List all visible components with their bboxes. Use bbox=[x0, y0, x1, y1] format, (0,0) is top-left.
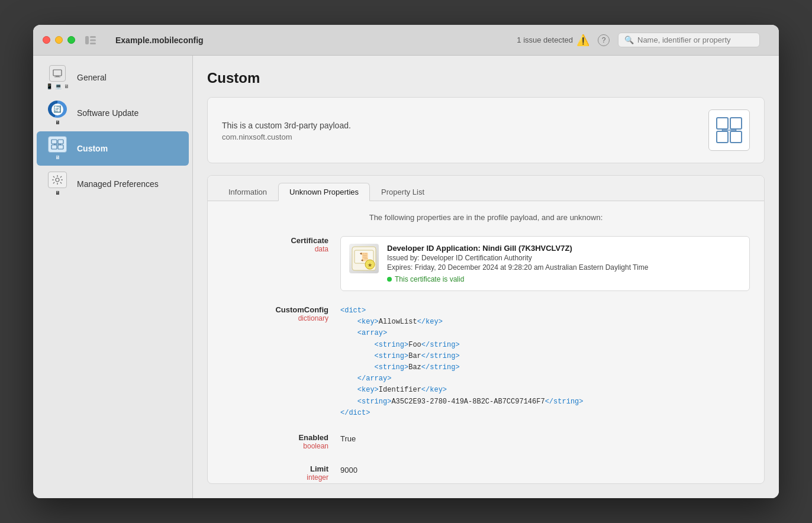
svg-rect-7 bbox=[51, 140, 57, 144]
svg-rect-1 bbox=[90, 36, 96, 38]
svg-line-19 bbox=[53, 176, 54, 177]
sidebar-item-label-general: General bbox=[77, 73, 107, 82]
main-content: 📱 💻 🖥 General 🔄 🖥 bbox=[33, 56, 779, 498]
close-button[interactable] bbox=[43, 36, 50, 44]
info-bundle-id: com.ninxsoft.custom bbox=[222, 133, 351, 141]
property-value-col-enabled: True bbox=[340, 433, 750, 444]
property-row-limit: Limit integer 9000 bbox=[222, 464, 750, 482]
property-value-enabled: True bbox=[340, 434, 356, 443]
maximize-button[interactable] bbox=[67, 36, 75, 44]
property-type-label: data bbox=[222, 245, 328, 253]
search-box[interactable]: 🔍 bbox=[618, 33, 760, 47]
software-update-icon: 🔄 🖥 bbox=[46, 102, 69, 124]
sidebar-item-label-managed-preferences: Managed Preferences bbox=[77, 179, 159, 189]
svg-text:★: ★ bbox=[368, 262, 372, 268]
property-value-col-limit: 9000 bbox=[340, 464, 750, 475]
svg-point-14 bbox=[56, 178, 59, 182]
svg-rect-0 bbox=[85, 36, 89, 44]
filename-label: Example.mobileconfig bbox=[115, 35, 204, 45]
svg-line-21 bbox=[53, 182, 54, 183]
svg-rect-26 bbox=[730, 131, 742, 143]
search-input[interactable] bbox=[637, 35, 753, 44]
cert-valid-dot bbox=[387, 277, 392, 282]
cert-issuer: Issued by: Developer ID Certification Au… bbox=[387, 254, 741, 262]
payload-type-icon bbox=[708, 109, 750, 151]
main-window: Example.mobileconfig 1 issue detected ⚠️… bbox=[33, 25, 779, 498]
info-card: This is a custom 3rd-party payload. com.… bbox=[207, 97, 765, 163]
svg-rect-10 bbox=[58, 145, 63, 149]
issue-badge: 1 issue detected ⚠️ bbox=[517, 34, 589, 47]
svg-rect-3 bbox=[90, 43, 96, 44]
property-type-label-enabled: boolean bbox=[222, 442, 328, 450]
custom-icon: 🖥 bbox=[46, 137, 69, 160]
property-name-label-limit: Limit bbox=[222, 464, 328, 473]
cert-icon: 📜 ★ bbox=[349, 244, 379, 273]
svg-rect-23 bbox=[717, 118, 728, 129]
svg-rect-8 bbox=[58, 140, 63, 144]
content-area: Custom This is a custom 3rd-party payloa… bbox=[193, 56, 779, 498]
svg-rect-25 bbox=[717, 131, 728, 143]
property-value-col-certificate: 📜 ★ Developer ID Application: Nindi Gill… bbox=[340, 236, 750, 291]
info-description: This is a custom 3rd-party payload. bbox=[222, 119, 351, 132]
traffic-lights bbox=[43, 36, 75, 44]
property-row-enabled: Enabled boolean True bbox=[222, 433, 750, 450]
sidebar: 📱 💻 🖥 General 🔄 🖥 bbox=[33, 56, 193, 498]
managed-preferences-icon: 🖥 bbox=[46, 173, 69, 195]
svg-rect-2 bbox=[90, 39, 96, 41]
issue-count-label: 1 issue detected bbox=[517, 35, 573, 44]
svg-line-22 bbox=[60, 176, 62, 177]
titlebar: Example.mobileconfig 1 issue detected ⚠️… bbox=[33, 25, 779, 56]
help-button[interactable]: ? bbox=[598, 34, 610, 46]
property-name-col-enabled: Enabled boolean bbox=[222, 433, 340, 450]
property-name-col-customconfig: CustomConfig dictionary bbox=[222, 305, 340, 322]
search-icon: 🔍 bbox=[624, 35, 634, 44]
svg-line-20 bbox=[60, 182, 62, 183]
property-name-label-customconfig: CustomConfig bbox=[222, 305, 328, 314]
sidebar-item-label-custom: Custom bbox=[77, 144, 108, 153]
tab-property-list[interactable]: Property List bbox=[370, 183, 436, 201]
warning-icon: ⚠️ bbox=[576, 34, 589, 47]
svg-rect-4 bbox=[53, 70, 62, 76]
property-name-label: Certificate bbox=[222, 236, 328, 245]
sidebar-item-managed-preferences[interactable]: 🖥 Managed Preferences bbox=[37, 167, 189, 201]
general-icon: 📱 💻 🖥 bbox=[46, 66, 69, 89]
certificate-card: 📜 ★ Developer ID Application: Nindi Gill… bbox=[340, 236, 750, 291]
info-card-text-block: This is a custom 3rd-party payload. com.… bbox=[222, 119, 351, 141]
sidebar-item-software-update[interactable]: 🔄 🖥 Software Update bbox=[37, 96, 189, 130]
properties-description: The following properties are in the prof… bbox=[222, 213, 750, 222]
cert-valid: This certificate is valid bbox=[387, 275, 741, 283]
tab-unknown-properties[interactable]: Unknown Properties bbox=[278, 183, 370, 201]
tabs-header: Information Unknown Properties Property … bbox=[208, 176, 764, 201]
property-type-label-customconfig: dictionary bbox=[222, 314, 328, 322]
tabs-container: Information Unknown Properties Property … bbox=[207, 175, 765, 484]
property-name-col-certificate: Certificate data bbox=[222, 236, 340, 253]
cert-valid-label: This certificate is valid bbox=[395, 275, 464, 283]
titlebar-center: Example.mobileconfig 1 issue detected ⚠️… bbox=[106, 33, 769, 47]
property-type-label-limit: integer bbox=[222, 473, 328, 482]
svg-rect-9 bbox=[51, 145, 57, 149]
sidebar-item-custom[interactable]: 🖥 Custom bbox=[37, 131, 189, 166]
minimize-button[interactable] bbox=[55, 36, 63, 44]
sidebar-item-label-software-update: Software Update bbox=[77, 108, 138, 118]
property-value-col-customconfig: <dict> <key>AllowList</key> <array> <str… bbox=[340, 305, 750, 419]
svg-rect-24 bbox=[730, 118, 742, 129]
page-title: Custom bbox=[207, 70, 765, 86]
cert-details: Developer ID Application: Nindi Gill (7K… bbox=[387, 244, 741, 283]
devices-icons: 📱 💻 🖥 bbox=[46, 83, 69, 89]
property-row-certificate: Certificate data 📜 bbox=[222, 236, 750, 291]
cert-expiry: Expires: Friday, 20 December 2024 at 9:2… bbox=[387, 263, 741, 272]
cert-title: Developer ID Application: Nindi Gill (7K… bbox=[387, 244, 741, 253]
xml-code-block: <dict> <key>AllowList</key> <array> <str… bbox=[340, 305, 750, 419]
sidebar-toggle-button[interactable] bbox=[82, 34, 99, 47]
tabs-body: The following properties are in the prof… bbox=[208, 201, 764, 483]
property-value-limit: 9000 bbox=[340, 466, 357, 474]
property-name-label-enabled: Enabled bbox=[222, 433, 328, 442]
tab-information[interactable]: Information bbox=[217, 183, 278, 201]
sidebar-item-general[interactable]: 📱 💻 🖥 General bbox=[37, 60, 189, 95]
titlebar-right: 1 issue detected ⚠️ ? 🔍 bbox=[517, 33, 760, 47]
property-name-col-limit: Limit integer bbox=[222, 464, 340, 482]
property-row-customconfig: CustomConfig dictionary <dict> <key>Allo… bbox=[222, 305, 750, 419]
